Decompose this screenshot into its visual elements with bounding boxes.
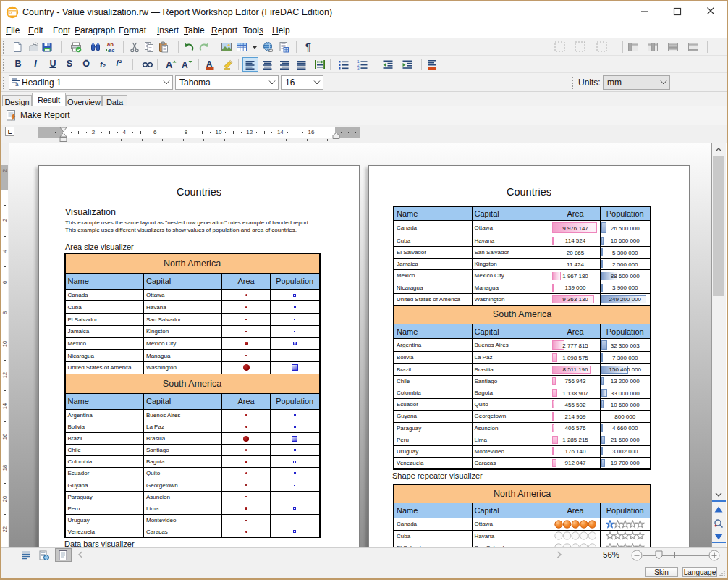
svg-text:¶: ¶ xyxy=(305,41,311,53)
svg-text:A: A xyxy=(182,60,188,70)
svg-text:A: A xyxy=(206,59,212,68)
svg-text:3: 3 xyxy=(357,67,360,70)
svg-text:ac: ac xyxy=(109,47,114,53)
svg-text:a: a xyxy=(15,81,19,87)
svg-text:‹›: ‹› xyxy=(9,10,12,15)
svg-text:A: A xyxy=(166,59,173,70)
